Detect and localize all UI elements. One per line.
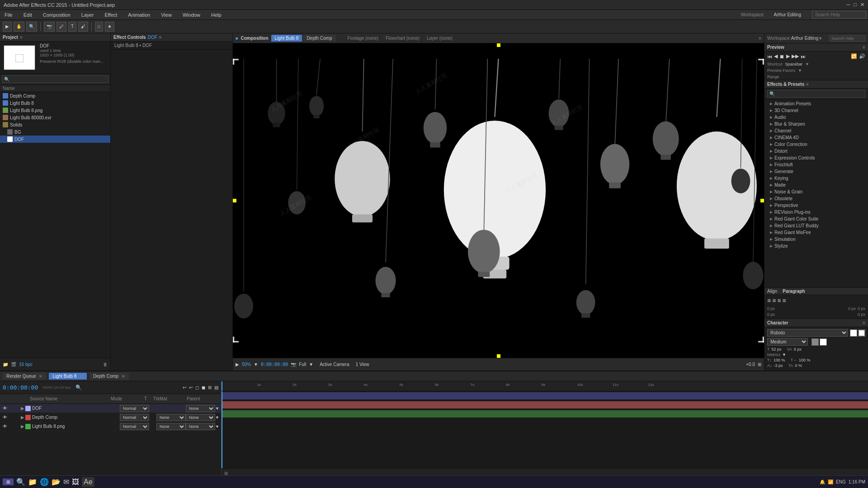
prev-first[interactable]: ⏮ bbox=[767, 54, 772, 59]
resolution-menu[interactable]: ▼ bbox=[254, 362, 258, 367]
layer-vis-icon[interactable]: 👁 bbox=[2, 414, 8, 421]
font-weight-select[interactable]: Medium bbox=[767, 338, 808, 346]
taskbar-mail[interactable]: ✉ bbox=[63, 478, 69, 486]
ep-simulation[interactable]: Simulation bbox=[764, 236, 868, 243]
tool-zoom[interactable]: 🔍 bbox=[26, 22, 37, 32]
tool-star[interactable]: ★ bbox=[105, 22, 114, 32]
project-search-input[interactable] bbox=[2, 75, 108, 83]
mode-select-lightbulb[interactable]: Normal bbox=[120, 423, 149, 430]
ep-keying[interactable]: Keying bbox=[764, 175, 868, 182]
project-menu-icon[interactable]: ≡ bbox=[20, 35, 23, 40]
ep-red-giant-lut-buddy[interactable]: Red Giant LUT Buddy bbox=[764, 222, 868, 229]
camera-icon[interactable]: 📷 bbox=[291, 362, 296, 367]
tool-pen[interactable]: 🖊 bbox=[57, 22, 66, 32]
prev-play[interactable]: ▶ bbox=[786, 53, 790, 59]
workspace-arrow[interactable]: ▼ bbox=[818, 36, 822, 41]
ep-red-giant-misfire[interactable]: Red Giant MisFire bbox=[764, 229, 868, 236]
tl-ctrl-4[interactable]: ◼ bbox=[202, 385, 205, 390]
menu-layer[interactable]: Layer bbox=[79, 11, 97, 19]
prev-stop[interactable]: ⏹ bbox=[779, 54, 784, 59]
parent-arrow[interactable]: ▼ bbox=[215, 424, 219, 429]
tool-text[interactable]: T bbox=[68, 22, 76, 32]
ep-frischluft[interactable]: Frischluft bbox=[764, 161, 868, 168]
ep-generate[interactable]: Generate bbox=[764, 168, 868, 175]
ep-noise-grain[interactable]: Noise & Grain bbox=[764, 188, 868, 195]
loop-icon[interactable]: 🔁 bbox=[851, 53, 857, 59]
project-item-lightbulb8png[interactable]: Light Bulb 8.png bbox=[0, 107, 110, 114]
tl-ctrl-1[interactable]: ↩ bbox=[183, 385, 186, 390]
char-color-2[interactable] bbox=[820, 338, 827, 346]
ep-distort[interactable]: Distort bbox=[764, 148, 868, 155]
project-item-solids-folder[interactable]: Solids bbox=[0, 121, 110, 128]
align-center[interactable]: ≡ bbox=[772, 297, 776, 304]
ep-cinema4d[interactable]: CINEMA 4D bbox=[764, 134, 868, 141]
tl-tab-lightbulb8[interactable]: Light Bulb 8 ✕ bbox=[49, 373, 87, 380]
mode-select-dof[interactable]: Normal bbox=[120, 405, 149, 412]
parent-select-depthcomp[interactable]: None bbox=[186, 414, 215, 421]
ep-search-input[interactable] bbox=[767, 90, 865, 98]
ep-animation-presets[interactable]: Animation Presets bbox=[764, 100, 868, 107]
text-color-swatch[interactable] bbox=[850, 329, 857, 337]
new-folder-icon[interactable]: 📁 bbox=[3, 362, 8, 367]
ep-3d-channel[interactable]: 3D Channel bbox=[764, 107, 868, 114]
ep-matte[interactable]: Matte bbox=[764, 182, 868, 188]
bpc-label[interactable]: 16 bpc bbox=[19, 362, 33, 367]
ep-stylize[interactable]: Stylize bbox=[764, 243, 868, 249]
parent-arrow[interactable]: ▼ bbox=[215, 406, 219, 411]
layer-vis-icon[interactable]: 👁 bbox=[2, 423, 8, 430]
prev-last[interactable]: ⏭ bbox=[801, 54, 806, 59]
tl-ctrl-6[interactable]: ▤ bbox=[214, 385, 218, 390]
menu-effect[interactable]: Effect bbox=[102, 11, 120, 19]
search-layers-icon[interactable]: 🔍 bbox=[75, 385, 82, 390]
quality-menu[interactable]: Full bbox=[299, 362, 306, 367]
align-right[interactable]: ≡ bbox=[777, 297, 781, 304]
preview-menu-icon[interactable]: ≡ bbox=[863, 45, 865, 50]
render-queue-close[interactable]: ✕ bbox=[39, 374, 42, 379]
font-family-select[interactable]: Roboto bbox=[767, 329, 848, 337]
top-search-input[interactable] bbox=[829, 35, 865, 42]
parent-arrow[interactable]: ▼ bbox=[215, 415, 219, 420]
layer-audio-icon[interactable] bbox=[8, 405, 14, 412]
new-comp-icon[interactable]: 🎬 bbox=[11, 362, 16, 367]
tl-tab-render-queue[interactable]: Render Queue ✕ bbox=[3, 373, 46, 380]
tl-ctrl-3[interactable]: ◻ bbox=[195, 385, 199, 390]
metrics-arrow[interactable]: ▼ bbox=[782, 352, 786, 357]
tool-camera[interactable]: 📷 bbox=[44, 22, 55, 32]
composition-viewport[interactable]: 人人素材社区 人人素材社区 人人素材社区 人人素材社区 人人素材社区 人人素材社… bbox=[233, 43, 764, 358]
view-count[interactable]: 1 View bbox=[356, 362, 369, 367]
comp-menu-icon[interactable]: ≡ bbox=[759, 36, 761, 41]
menu-file[interactable]: File bbox=[2, 11, 15, 19]
mode-select-depthcomp[interactable]: Normal bbox=[120, 414, 149, 421]
lightbulb8-close[interactable]: ✕ bbox=[80, 374, 83, 379]
ep-color-correction[interactable]: Color Correction bbox=[764, 141, 868, 148]
ep-channel[interactable]: Channel bbox=[764, 127, 868, 134]
layer-solo-icon[interactable] bbox=[14, 405, 21, 412]
layer-expand-icon[interactable]: ▶ bbox=[21, 424, 25, 429]
layer-expand-icon[interactable]: ▶ bbox=[21, 415, 25, 420]
ec-menu-icon[interactable]: ≡ bbox=[159, 35, 162, 40]
ep-audio[interactable]: Audio bbox=[764, 114, 868, 121]
taskbar-notification[interactable]: 🔔 bbox=[820, 479, 825, 484]
play-btn[interactable]: ▶ bbox=[236, 362, 239, 367]
timeline-layer-lightbulb8png[interactable]: 👁 ▶ Light Bulb 8.png Normal None None ▼ bbox=[0, 422, 221, 431]
ep-obsolete[interactable]: Obsolete bbox=[764, 195, 868, 202]
prev-forward[interactable]: ▶▶ bbox=[792, 53, 799, 59]
menu-window[interactable]: Window bbox=[180, 11, 203, 19]
project-item-depthcomp[interactable]: Depth Comp bbox=[0, 92, 110, 99]
tool-shape[interactable]: □ bbox=[95, 22, 103, 32]
stroke-color-swatch[interactable] bbox=[858, 329, 865, 337]
tool-hand[interactable]: ✋ bbox=[14, 22, 24, 32]
ep-red-giant-color-suite[interactable]: Red Giant Color Suite bbox=[764, 216, 868, 222]
project-item-lightbulb8[interactable]: Light Bulb 8 bbox=[0, 99, 110, 107]
ep-blur-sharpen[interactable]: Blur & Sharpen bbox=[764, 121, 868, 127]
ep-revision-plugins[interactable]: REVision Plug-ins bbox=[764, 209, 868, 216]
ep-menu-icon[interactable]: ≡ bbox=[806, 82, 809, 87]
depthcomp-close[interactable]: ✕ bbox=[122, 374, 125, 379]
comp-tab-lightbulb8[interactable]: Light Bulb 8 bbox=[271, 35, 302, 42]
tl-ctrl-5[interactable]: ⊞ bbox=[208, 385, 212, 390]
taskbar-ae[interactable]: Ae bbox=[82, 477, 94, 487]
align-left[interactable]: ≡ bbox=[767, 297, 771, 304]
project-item-bg[interactable]: BG bbox=[0, 128, 110, 136]
tl-ctrl-2[interactable]: ↩ bbox=[189, 385, 193, 390]
timeline-layer-dof[interactable]: 👁 ▶ DOF Normal None ▼ bbox=[0, 404, 221, 413]
